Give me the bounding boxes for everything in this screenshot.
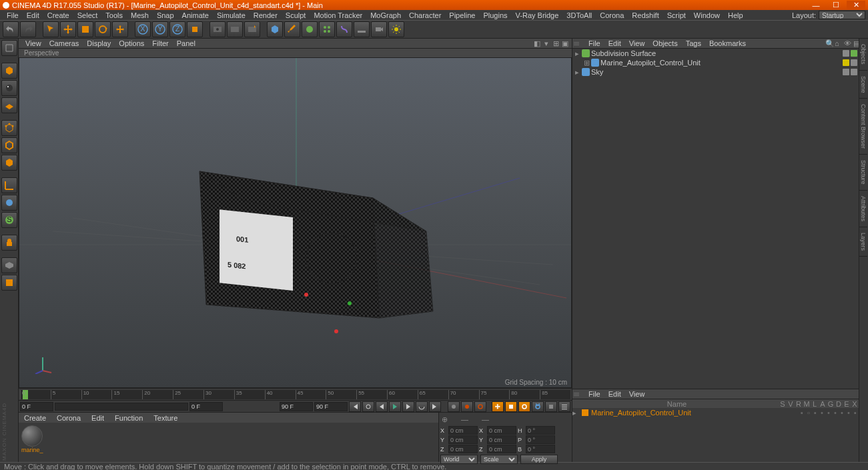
menu-item[interactable]: Character — [405, 11, 445, 19]
texture-mode-button[interactable] — [1, 80, 17, 96]
locked-workplane2-button[interactable] — [1, 275, 17, 291]
expand-icon[interactable]: ⊞ — [583, 59, 590, 67]
tag-icon[interactable] — [851, 69, 857, 75]
vp-icon3[interactable]: ⊞ — [552, 39, 560, 47]
autokey-button[interactable] — [461, 401, 473, 412]
floor-button[interactable] — [354, 21, 370, 37]
material-tab[interactable]: Create — [19, 414, 51, 422]
edge-mode-button[interactable] — [1, 137, 17, 153]
undo-button[interactable] — [3, 21, 19, 37]
timeline[interactable]: 051015202530354045505560657075808590 — [19, 388, 572, 400]
options-button[interactable] — [558, 401, 570, 412]
viewport-menu-item[interactable]: View — [21, 39, 45, 47]
menu-item[interactable]: 3DToAll — [562, 11, 596, 19]
camera-button[interactable] — [371, 21, 387, 37]
object-item[interactable]: ▸Sky — [572, 67, 859, 77]
pos-x-input[interactable] — [448, 426, 478, 435]
start-frame-input[interactable] — [20, 402, 53, 411]
play-forward-button[interactable] — [416, 401, 428, 412]
pen-tool[interactable] — [284, 21, 300, 37]
home-icon[interactable]: ⌂ — [831, 39, 839, 47]
coord-system-button[interactable] — [187, 21, 203, 37]
vp-icon2[interactable]: ▾ — [542, 39, 550, 47]
layout-select[interactable]: Startup — [819, 11, 865, 19]
material-tab[interactable]: Corona — [51, 414, 86, 422]
redo-button[interactable] — [20, 21, 36, 37]
render-settings-button[interactable] — [244, 21, 260, 37]
object-item[interactable]: ⊞Marine_Autopilot_Control_Unit — [572, 58, 859, 67]
maximize-button[interactable]: ☐ — [827, 1, 845, 10]
rot-p-input[interactable] — [526, 435, 555, 444]
menu-item[interactable]: Sculpt — [282, 11, 310, 19]
x-axis-button[interactable]: X — [135, 21, 151, 37]
right-vtab[interactable]: Layers — [859, 227, 867, 257]
range-slider[interactable] — [55, 403, 188, 411]
light-button[interactable] — [388, 21, 404, 37]
menu-item[interactable]: Snap — [153, 11, 178, 19]
menu-item[interactable]: Help — [724, 11, 747, 19]
y-axis-button[interactable]: Y — [152, 21, 168, 37]
vp-icon4[interactable]: ▣ — [561, 39, 569, 47]
tag-icon[interactable] — [851, 59, 857, 66]
material-preview[interactable] — [21, 425, 43, 447]
goto-end-button[interactable] — [429, 401, 441, 412]
array-button[interactable] — [319, 21, 335, 37]
menu-item[interactable]: Motion Tracker — [310, 11, 366, 19]
filter-icon[interactable]: ▤ — [849, 39, 857, 47]
takepanel-menu-item[interactable]: Edit — [604, 390, 625, 398]
search-icon[interactable]: 🔍 — [821, 39, 829, 47]
right-vtab[interactable]: Structure — [859, 155, 867, 191]
menu-item[interactable]: Mesh — [127, 11, 153, 19]
viewport-menu-item[interactable]: Display — [83, 39, 115, 47]
material-tab[interactable]: Function — [109, 414, 148, 422]
cube-primitive-button[interactable] — [267, 21, 283, 37]
locked-workplane-button[interactable] — [1, 235, 17, 251]
menu-item[interactable]: V-Ray Bridge — [512, 11, 563, 19]
make-editable-button[interactable] — [1, 40, 17, 56]
takepanel-menu-item[interactable]: File — [584, 390, 604, 398]
expand-icon[interactable]: ▸ — [574, 68, 580, 77]
menu-item[interactable]: Create — [43, 11, 73, 19]
rotate-tool[interactable] — [95, 21, 111, 37]
objpanel-menu-item[interactable]: Bookmarks — [705, 39, 750, 47]
lastused-tool[interactable] — [112, 21, 128, 37]
right-vtab[interactable]: Attributes — [859, 191, 867, 227]
polygon-mode-button[interactable] — [1, 155, 17, 171]
param-key-button[interactable]: P — [532, 401, 544, 412]
model-mode-button[interactable] — [1, 63, 17, 79]
material-name[interactable]: marine_ — [21, 447, 43, 453]
objpanel-menu-item[interactable]: Tags — [682, 39, 705, 47]
next-frame-button[interactable] — [402, 401, 414, 412]
subdivision-button[interactable] — [302, 21, 318, 37]
tag-icon[interactable] — [843, 50, 849, 57]
menu-item[interactable]: Simulate — [213, 11, 250, 19]
takepanel-menu-item[interactable]: View — [625, 390, 649, 398]
rot-h-input[interactable] — [526, 426, 555, 435]
menu-item[interactable]: Tools — [101, 11, 127, 19]
keyframe-button[interactable] — [474, 401, 486, 412]
material-tab[interactable]: Edit — [86, 414, 109, 422]
object-name[interactable]: Marine_Autopilot_Control_Unit — [600, 59, 843, 67]
tag-icon[interactable] — [843, 59, 849, 66]
right-vtab[interactable]: Scene — [859, 71, 867, 99]
object-name[interactable]: Sky — [591, 68, 843, 76]
viewport-solo-button[interactable] — [1, 195, 17, 211]
objpanel-menu-item[interactable]: File — [584, 39, 604, 47]
viewport-menu-item[interactable]: Options — [115, 39, 148, 47]
viewport-menu-item[interactable]: Panel — [173, 39, 199, 47]
menu-item[interactable]: Render — [250, 11, 282, 19]
menu-item[interactable]: File — [3, 11, 23, 19]
object-list[interactable]: ▸Subdivision Surface⊞Marine_Autopilot_Co… — [572, 49, 859, 389]
menu-item[interactable]: Animate — [178, 11, 213, 19]
size-z-input[interactable] — [487, 445, 516, 453]
render-region-button[interactable] — [227, 21, 243, 37]
menu-item[interactable]: Script — [663, 11, 690, 19]
play-button[interactable] — [389, 401, 401, 412]
vp-icon1[interactable]: ◧ — [533, 39, 541, 47]
workplane-button[interactable] — [1, 97, 17, 113]
rot-b-input[interactable] — [526, 445, 555, 453]
select-tool[interactable] — [43, 21, 59, 37]
viewport-menu-item[interactable]: Filter — [148, 39, 172, 47]
menu-item[interactable]: Corona — [596, 11, 628, 19]
right-vtab[interactable]: Content Browser — [859, 99, 867, 155]
